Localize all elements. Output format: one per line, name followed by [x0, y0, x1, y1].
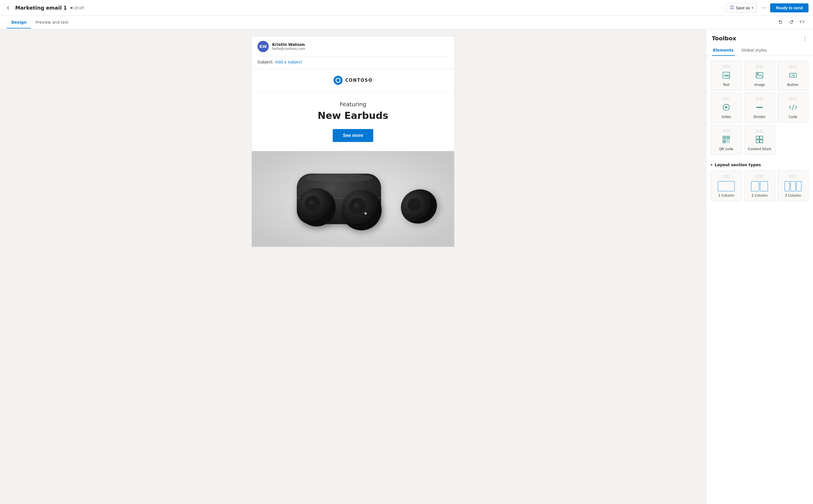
- button-label: Button: [787, 83, 799, 87]
- drag-handle: [756, 130, 763, 132]
- svg-rect-2: [730, 8, 733, 9]
- hero-title: New Earbuds: [259, 110, 447, 121]
- svg-rect-40: [756, 140, 759, 143]
- svg-rect-1: [731, 6, 733, 7]
- layout-section-title: Layout section types: [715, 163, 761, 167]
- svg-line-22: [793, 74, 795, 75]
- main-layout: KW Kristin Watson hello@contoso.com Subj…: [0, 29, 813, 504]
- save-as-button[interactable]: Save as ▾: [726, 3, 757, 13]
- email-section-hero: Featuring New Earbuds See more: [252, 92, 454, 151]
- contoso-name: CONTOSO: [345, 78, 373, 83]
- drag-handle: [789, 175, 796, 178]
- drag-handle: [723, 97, 730, 100]
- tab-bar: Design Preview and test: [0, 16, 813, 29]
- contoso-logo: CONTOSO: [259, 76, 447, 85]
- tab-actions: [776, 17, 806, 27]
- toolbox-tab-global-styles[interactable]: Global styles: [740, 45, 768, 56]
- svg-rect-33: [724, 141, 725, 142]
- see-more-button[interactable]: See more: [333, 129, 373, 142]
- save-as-label: Save as: [736, 6, 750, 10]
- toolbox-tab-elements[interactable]: Elements: [712, 45, 735, 56]
- divider-icon: [756, 103, 763, 113]
- undo-button[interactable]: [776, 17, 785, 27]
- code-label: Code: [788, 115, 797, 119]
- layout-section-header[interactable]: ▾ Layout section types: [711, 159, 808, 170]
- layout-2col-label: 2 Column: [752, 194, 768, 197]
- back-button[interactable]: [5, 4, 12, 12]
- tab-preview[interactable]: Preview and test: [31, 17, 73, 28]
- svg-point-12: [354, 203, 359, 208]
- ready-to-send-button[interactable]: Ready to send: [770, 3, 808, 12]
- email-header: KW Kristin Watson hello@contoso.com Subj…: [252, 36, 454, 69]
- element-content-block[interactable]: Content block: [744, 125, 775, 155]
- layout-3col-preview: [785, 181, 801, 191]
- drag-handle: [789, 65, 796, 68]
- element-image[interactable]: Image: [744, 61, 775, 90]
- element-code[interactable]: Code: [778, 93, 808, 123]
- content-block-label: Content block: [748, 147, 771, 151]
- element-divider[interactable]: Divider: [744, 93, 775, 123]
- toolbox-title: Toolbox: [712, 35, 736, 42]
- redo-button[interactable]: [787, 17, 796, 27]
- svg-point-9: [309, 200, 314, 205]
- draft-badge: Draft: [70, 6, 84, 10]
- tab-design[interactable]: Design: [7, 17, 31, 28]
- svg-point-13: [365, 212, 367, 215]
- drag-handle: [723, 175, 730, 178]
- subject-row: Subject: Add a subject: [257, 56, 448, 64]
- svg-rect-38: [756, 136, 759, 139]
- canvas-area: KW Kristin Watson hello@contoso.com Subj…: [0, 29, 706, 504]
- layout-1col-label: 1 Column: [718, 194, 734, 197]
- drag-handle: [723, 130, 730, 132]
- layout-3col-label: 3 Column: [785, 194, 801, 197]
- drag-handle: [756, 65, 763, 68]
- svg-rect-35: [728, 140, 730, 141]
- element-video[interactable]: Video: [711, 93, 742, 123]
- element-button[interactable]: Button: [778, 61, 808, 90]
- contoso-icon: [334, 76, 343, 85]
- subject-link[interactable]: Add a subject: [275, 60, 302, 64]
- drag-handle: [756, 175, 763, 178]
- qrcode-label: QR code: [719, 147, 734, 151]
- email-section-image: [252, 151, 454, 247]
- featuring-text: Featuring: [259, 101, 447, 108]
- main-tabs: Design Preview and test: [7, 17, 73, 28]
- svg-line-27: [792, 105, 794, 110]
- svg-point-6: [305, 174, 372, 182]
- svg-rect-34: [727, 140, 728, 141]
- avatar: KW: [257, 41, 269, 52]
- sender-email: hello@contoso.com: [272, 47, 305, 51]
- subject-label: Subject:: [257, 60, 274, 64]
- top-bar-left: Marketing email 1 Draft: [5, 4, 723, 12]
- sender-row: KW Kristin Watson hello@contoso.com: [257, 41, 448, 56]
- email-body: CONTOSO Featuring New Earbuds See more: [252, 69, 454, 247]
- svg-rect-31: [728, 137, 729, 138]
- svg-rect-41: [760, 140, 763, 143]
- image-label: Image: [754, 83, 765, 87]
- sender-info: Kristin Watson hello@contoso.com: [272, 42, 305, 51]
- more-options-button[interactable]: ···: [759, 4, 768, 12]
- text-label: Text: [723, 83, 730, 87]
- button-icon: [789, 71, 797, 81]
- toolbox-more-button[interactable]: ⋮: [802, 35, 807, 41]
- element-qrcode[interactable]: QR code: [711, 125, 742, 155]
- top-bar-right: Save as ▾ ··· Ready to send: [726, 3, 808, 13]
- qrcode-icon: [722, 136, 730, 145]
- layout-3col[interactable]: 3 Column: [778, 170, 808, 201]
- email-section-logo: CONTOSO: [252, 69, 454, 92]
- toolbox-content: Abc Text: [706, 56, 813, 504]
- sender-name: Kristin Watson: [272, 42, 305, 47]
- text-icon: Abc: [722, 71, 730, 81]
- layout-2col[interactable]: 2 Column: [744, 170, 775, 201]
- document-title: Marketing email 1: [15, 5, 67, 11]
- video-label: Video: [721, 115, 731, 119]
- svg-rect-37: [728, 142, 730, 143]
- code-view-button[interactable]: [798, 17, 806, 27]
- content-block-icon: [756, 136, 763, 145]
- top-bar: Marketing email 1 Draft Save as ▾ ··· Re…: [0, 0, 813, 16]
- draft-dot: [70, 7, 73, 9]
- toolbox-panel: Toolbox ⋮ Elements Global styles: [706, 29, 813, 504]
- element-text[interactable]: Abc Text: [711, 61, 742, 90]
- layout-2col-preview: [751, 181, 768, 191]
- layout-1col[interactable]: 1 Column: [711, 170, 742, 201]
